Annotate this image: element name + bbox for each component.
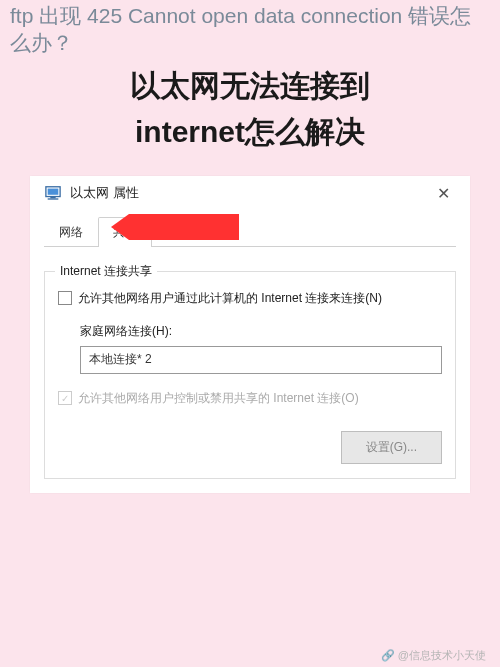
tab-bar: 网络 共享 [44,217,456,247]
close-icon[interactable]: ✕ [431,184,456,203]
allow-sharing-checkbox[interactable] [58,291,72,305]
page-title: 以太网无法连接到 internet怎么解决 [0,63,500,156]
svg-rect-3 [48,198,59,199]
page-intro-text: ftp 出现 425 Cannot open data connection 错… [0,0,500,57]
title-line-2: internet怎么解决 [0,109,500,156]
tab-sharing[interactable]: 共享 [98,217,152,247]
settings-button: 设置(G)... [341,431,442,464]
allow-sharing-label: 允许其他网络用户通过此计算机的 Internet 连接来连接(N) [78,290,382,307]
allow-control-row: 允许其他网络用户控制或禁用共享的 Internet 连接(O) [58,390,442,407]
button-row: 设置(G)... [58,431,442,464]
allow-sharing-row[interactable]: 允许其他网络用户通过此计算机的 Internet 连接来连接(N) [58,290,442,307]
group-title: Internet 连接共享 [55,263,157,280]
allow-control-checkbox [58,391,72,405]
svg-rect-1 [48,189,59,195]
ethernet-properties-dialog: 以太网 属性 ✕ 网络 共享 Internet 连接共享 允许其他网络用户通过此… [30,176,470,493]
title-line-1: 以太网无法连接到 [0,63,500,110]
svg-rect-2 [50,197,55,199]
internet-sharing-group: Internet 连接共享 允许其他网络用户通过此计算机的 Internet 连… [44,271,456,479]
home-network-label: 家庭网络连接(H): [80,323,442,340]
home-network-input[interactable] [80,346,442,374]
ethernet-icon [44,185,62,201]
dialog-titlebar: 以太网 属性 ✕ [44,184,456,211]
allow-control-label: 允许其他网络用户控制或禁用共享的 Internet 连接(O) [78,390,359,407]
dialog-title-text: 以太网 属性 [70,184,423,202]
tab-network[interactable]: 网络 [44,217,98,247]
watermark-text: 🔗 @信息技术小天使 [381,648,486,663]
